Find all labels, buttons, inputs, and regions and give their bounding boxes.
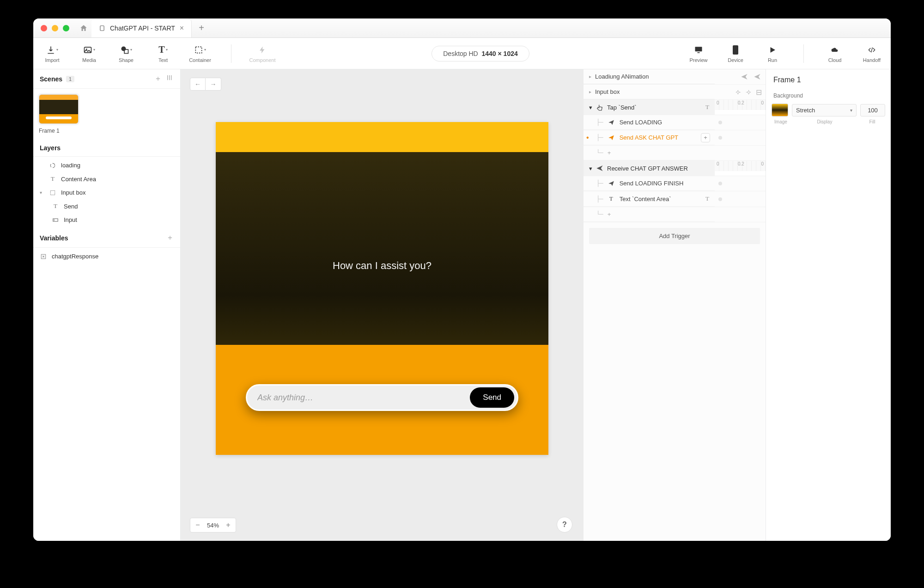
background-swatch[interactable]: [772, 104, 788, 116]
fill-input[interactable]: 100: [860, 104, 885, 116]
left-panel: Scenes1 ＋ Frame 1 Layers loadi: [33, 69, 181, 541]
run-tool[interactable]: Run: [759, 44, 786, 63]
svg-rect-6: [695, 47, 702, 51]
scene-thumbnail[interactable]: Frame 1: [39, 94, 79, 134]
svg-rect-11: [53, 219, 58, 221]
tool-label: Device: [728, 57, 743, 63]
chevron-down-icon: ▾: [130, 48, 132, 52]
layer-row-send[interactable]: T Send: [33, 199, 180, 213]
ix-header-loading-animation[interactable]: ▸ Loadiung ANimation: [584, 69, 715, 84]
text-icon[interactable]: T: [705, 104, 709, 111]
ix-action-send-ask-chatgpt[interactable]: • ├─ Send ASK CHAT GPT +: [584, 130, 715, 145]
cloud-tool[interactable]: Cloud: [821, 44, 848, 63]
layer-row-inputbox[interactable]: ▾ Input box: [33, 186, 180, 199]
send-mode-icon[interactable]: [754, 73, 761, 80]
paper-plane-icon: [608, 135, 615, 141]
layer-row-loading[interactable]: loading: [33, 159, 180, 172]
variable-row[interactable]: chatgptResponse: [33, 250, 180, 263]
ix-label: Send ASK CHAT GPT: [620, 134, 678, 141]
toolbar: ▾ Import ▾ Media ▾ Shape T▾ Text ▾ Conta…: [33, 38, 891, 69]
layer-row-content[interactable]: T Content Area: [33, 172, 180, 186]
handoff-tool[interactable]: Handoff: [858, 44, 885, 63]
svg-rect-10: [50, 190, 55, 195]
close-icon[interactable]: ×: [180, 24, 184, 32]
artboard-frame[interactable]: How can I assist you? Send: [216, 122, 548, 455]
timeline-dot[interactable]: [718, 136, 722, 140]
ix-trigger-tap-send[interactable]: ▾ Tap `Send` T: [584, 100, 715, 115]
tab-bar: ChatGPT API - START × +: [91, 18, 211, 37]
text-tool[interactable]: T▾ Text: [150, 44, 176, 63]
tool-label: Media: [82, 57, 96, 63]
shape-tool[interactable]: ▾ Shape: [113, 44, 140, 63]
send-mode-icon[interactable]: [741, 73, 748, 80]
paper-plane-icon: [608, 180, 615, 187]
preview-tool[interactable]: Preview: [685, 44, 712, 63]
import-tool[interactable]: ▾ Import: [39, 44, 66, 63]
add-trigger-button[interactable]: Add Trigger: [589, 228, 760, 244]
ix-add-sub-action[interactable]: └─ +: [584, 146, 715, 160]
play-icon: [768, 44, 777, 55]
tab-active[interactable]: ChatGPT API - START ×: [91, 18, 192, 37]
minimize-window-button[interactable]: [52, 25, 58, 31]
ask-input[interactable]: [257, 393, 470, 403]
close-window-button[interactable]: [41, 25, 47, 31]
align-start-icon[interactable]: ⟣: [736, 88, 741, 96]
add-action-button[interactable]: +: [701, 133, 710, 142]
align-end-icon[interactable]: ⟢: [746, 88, 751, 96]
divider: [231, 44, 231, 63]
flow-icon[interactable]: [166, 74, 174, 84]
add-variable-button[interactable]: ＋: [166, 233, 174, 243]
ruler-tick: 0.2: [738, 161, 744, 166]
ix-add-sub-action[interactable]: └─ +: [584, 207, 715, 222]
layer-label: loading: [61, 162, 80, 169]
text-icon[interactable]: T: [705, 195, 709, 202]
back-button[interactable]: ←: [190, 78, 206, 91]
canvas[interactable]: ← → How can I assist you? Send − 54% + ?: [181, 69, 584, 541]
tool-label: Run: [768, 57, 777, 63]
inspector-panel: Frame 1 Background Stretch ▾ 100 Image D…: [766, 69, 891, 541]
artboard-size-selector[interactable]: Desktop HD 1440 × 1024: [432, 46, 529, 61]
prompt-text: How can I assist you?: [216, 260, 548, 272]
layer-label: Input: [64, 216, 77, 223]
ruler-tick: 0: [717, 161, 719, 166]
bolt-icon: [258, 44, 267, 55]
container-tool[interactable]: ▾ Container: [187, 44, 213, 63]
fullscreen-window-button[interactable]: [63, 25, 69, 31]
device-tool[interactable]: Device: [722, 44, 749, 63]
chevron-down-icon[interactable]: ▾: [40, 190, 44, 195]
ix-action-text-content-area[interactable]: ├─ T Text `Content Area` T: [584, 191, 715, 207]
scenes-count: 1: [66, 76, 74, 82]
text-icon: T: [158, 44, 164, 55]
ix-trigger-receive-answer[interactable]: ▾ Receive CHAT GPT ANSWER: [584, 161, 715, 176]
tool-label: Preview: [689, 57, 707, 63]
home-icon[interactable]: [79, 24, 88, 32]
new-tab-button[interactable]: +: [192, 18, 211, 37]
send-button[interactable]: Send: [470, 387, 514, 408]
forward-button[interactable]: →: [206, 78, 221, 91]
ix-label: Tap `Send`: [607, 104, 637, 111]
variables-title: Variables: [40, 234, 68, 242]
zoom-out-button[interactable]: −: [190, 518, 205, 532]
tool-label: Text: [158, 57, 168, 63]
timeline-dot[interactable]: [718, 182, 722, 185]
zoom-in-button[interactable]: +: [221, 518, 236, 532]
add-scene-button[interactable]: ＋: [154, 74, 162, 84]
help-button[interactable]: ?: [557, 517, 572, 533]
timeline-dot[interactable]: [718, 121, 722, 124]
timeline-dot[interactable]: [718, 197, 722, 201]
text-icon: T: [52, 202, 59, 210]
distribute-icon[interactable]: ⊟: [756, 88, 762, 97]
tool-label: Cloud: [828, 57, 842, 63]
scenes-title: Scenes: [40, 75, 62, 83]
zoom-value: 54%: [205, 522, 221, 529]
layer-row-input[interactable]: Input: [33, 213, 180, 227]
ix-action-send-loading-finish[interactable]: ├─ Send LOADING FINISH: [584, 176, 715, 191]
ix-header-input-box[interactable]: ▸ Input box: [584, 85, 715, 99]
media-tool[interactable]: ▾ Media: [76, 44, 103, 63]
tool-label: Import: [45, 57, 59, 63]
display-dropdown[interactable]: Stretch ▾: [792, 104, 857, 116]
divider: [803, 44, 804, 63]
ix-action-send-loading[interactable]: ├─ Send LOADING: [584, 115, 715, 130]
layer-label: Content Area: [61, 176, 96, 183]
tool-label: Container: [189, 57, 211, 63]
